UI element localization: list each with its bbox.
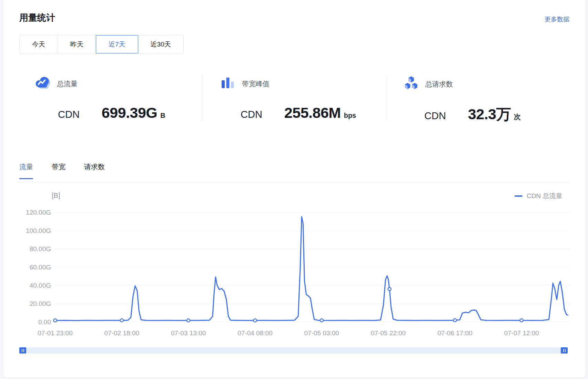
traffic-line-chart[interactable]: 0.0020.00G40.00G60.00G80.00G100.00G120.0… bbox=[0, 186, 588, 348]
stat-label: 总请求数 bbox=[425, 80, 453, 89]
data-point-marker[interactable] bbox=[388, 287, 391, 290]
stat-unit: 次 bbox=[514, 112, 521, 122]
y-axis-tick-label: 0.00 bbox=[38, 318, 51, 326]
stat-peak-bandwidth: 带宽峰值 bbox=[221, 76, 270, 92]
stat-product: CDN bbox=[424, 110, 446, 122]
stat-total-traffic: 总流量 bbox=[34, 76, 78, 92]
more-data-link[interactable]: 更多数据 bbox=[545, 15, 569, 23]
data-point-marker[interactable] bbox=[187, 319, 190, 322]
stat-label: 带宽峰值 bbox=[242, 79, 270, 89]
slider-handle-right[interactable] bbox=[561, 347, 568, 354]
y-axis-tick-label: 60.00G bbox=[30, 264, 51, 271]
chart-metric-tabs: 流量 带宽 请求数 bbox=[19, 162, 105, 179]
time-tab-last7days[interactable]: 近7天 bbox=[96, 35, 138, 53]
data-point-marker[interactable] bbox=[54, 319, 57, 322]
y-axis-tick-label: 20.00G bbox=[30, 300, 51, 307]
slider-handle-left[interactable] bbox=[19, 347, 26, 354]
x-axis-tick-label: 07-05 22:00 bbox=[371, 329, 406, 337]
time-tab-today[interactable]: 今天 bbox=[19, 35, 58, 53]
chart-range-slider-track[interactable] bbox=[19, 347, 568, 354]
requests-cubes-icon bbox=[403, 76, 419, 92]
handle-grip-bar bbox=[565, 349, 566, 352]
chart-tab-traffic[interactable]: 流量 bbox=[19, 162, 33, 179]
stat-total-requests: 总请求数 bbox=[403, 76, 453, 92]
stat-value: 699.39G bbox=[102, 104, 157, 121]
handle-grip-bar bbox=[563, 349, 564, 352]
y-axis-tick-label: 100.00G bbox=[26, 227, 51, 234]
y-axis-tick-label: 80.00G bbox=[30, 245, 51, 253]
traffic-cloud-icon bbox=[34, 76, 51, 92]
stat-peak-bandwidth-value: CDN 255.86M bps bbox=[241, 104, 356, 121]
cdn-usage-dashboard: { "header": { "title": "用量统计", "more_lin… bbox=[0, 0, 588, 379]
page-title: 用量统计 bbox=[19, 12, 55, 24]
bandwidth-bars-icon bbox=[221, 76, 236, 92]
x-axis-tick-label: 07-07 12:00 bbox=[504, 329, 539, 337]
data-point-marker[interactable] bbox=[520, 319, 523, 322]
time-tab-yesterday[interactable]: 昨天 bbox=[58, 35, 96, 53]
data-point-marker[interactable] bbox=[320, 319, 323, 322]
x-axis-tick-label: 07-06 17:00 bbox=[437, 329, 472, 337]
x-axis-tick-label: 07-04 08:00 bbox=[237, 329, 272, 337]
data-point-marker[interactable] bbox=[120, 319, 123, 322]
stat-label: 总流量 bbox=[57, 79, 78, 89]
stat-product: CDN bbox=[58, 109, 80, 120]
x-axis-tick-label: 07-03 13:00 bbox=[171, 329, 206, 337]
stat-unit: bps bbox=[344, 112, 356, 120]
time-tab-last30days[interactable]: 近30天 bbox=[138, 35, 184, 53]
stats-divider bbox=[386, 74, 386, 121]
stat-product: CDN bbox=[241, 109, 262, 120]
x-axis-tick-label: 07-01 23:00 bbox=[38, 329, 72, 337]
chart-tab-bandwidth[interactable]: 带宽 bbox=[52, 162, 65, 179]
cdn-traffic-line bbox=[55, 217, 568, 320]
chart-tab-requests[interactable]: 请求数 bbox=[84, 162, 105, 179]
stats-divider bbox=[202, 74, 202, 121]
time-range-tabs: 今天 昨天 近7天 近30天 bbox=[19, 35, 184, 53]
data-point-marker[interactable] bbox=[453, 319, 456, 322]
x-axis-tick-label: 07-05 03:00 bbox=[304, 329, 339, 337]
stat-value: 255.86M bbox=[284, 104, 341, 121]
stat-value: 32.3万 bbox=[468, 104, 511, 124]
data-point-marker[interactable] bbox=[253, 319, 256, 322]
chart-tabs-divider bbox=[17, 182, 569, 182]
handle-grip-bar bbox=[23, 349, 24, 352]
handle-grip-bar bbox=[22, 349, 22, 352]
stat-total-requests-value: CDN 32.3万 次 bbox=[424, 104, 521, 124]
y-axis-tick-label: 40.00G bbox=[30, 282, 51, 289]
stat-unit: B bbox=[160, 112, 165, 120]
stat-total-traffic-value: CDN 699.39G B bbox=[58, 104, 165, 121]
x-axis-tick-label: 07-02 18:00 bbox=[104, 329, 139, 337]
y-axis-tick-label: 120.00G bbox=[26, 209, 51, 216]
